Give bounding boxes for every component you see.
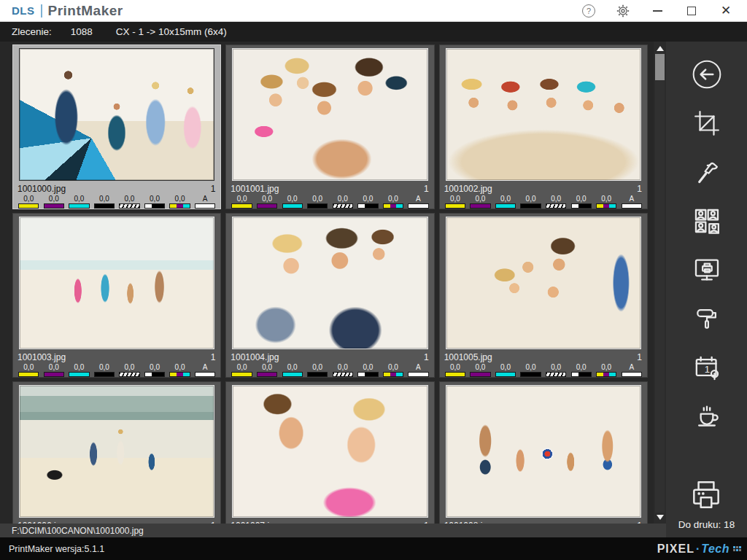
retouch-button[interactable] (690, 303, 724, 334)
channel-swatch-cyan-icon (282, 372, 303, 377)
channel-value: 0,0 (175, 363, 185, 371)
order-number: 1088 (71, 26, 93, 37)
photo-meta: 1001005.jpg 1 (440, 351, 647, 362)
channel-strip: 0,00,00,00,00,00,00,0A (13, 194, 220, 211)
photo-cell[interactable]: 1001007.jpg 1 0,00,00,00,00,00,00,0A (225, 381, 434, 524)
channel-value: 0,0 (551, 195, 561, 203)
photo-meta: 1001004.jpg 1 (226, 351, 433, 362)
close-button[interactable]: ✕ (718, 3, 734, 19)
channel-hatch: 0,0 (117, 195, 142, 209)
channel-value: 0,0 (388, 195, 398, 203)
channel-swatch-white-black-icon (144, 372, 165, 377)
channel-value: 0,0 (125, 363, 135, 371)
print-queue[interactable]: Do druku: 18 (678, 477, 735, 530)
photo-cell[interactable]: 1001001.jpg 1 0,00,00,00,00,00,00,0A (225, 44, 434, 209)
channel-value: 0,0 (262, 195, 272, 203)
print-preview-button[interactable] (690, 254, 724, 285)
photo-thumbnail[interactable] (19, 48, 214, 181)
channel-value: 0,0 (601, 363, 611, 371)
photo-cell[interactable]: 1001003.jpg 1 0,00,00,00,00,00,00,0A (12, 213, 221, 378)
tools-button[interactable] (690, 157, 724, 187)
minimize-button[interactable] (649, 3, 665, 19)
channel-swatch-cyan-icon (69, 372, 89, 377)
channel-value: 0,0 (500, 363, 511, 371)
channel-yellow: 0,0 (229, 195, 255, 209)
crop-button[interactable] (690, 108, 724, 139)
photo-thumbnail[interactable] (232, 217, 427, 349)
vertical-scrollbar[interactable] (654, 42, 666, 524)
channel-value: 0,0 (338, 363, 348, 371)
channel-value: 0,0 (450, 363, 460, 371)
settings-button[interactable] (615, 3, 631, 19)
channel-swatch-black-icon (307, 203, 328, 209)
channel-value: 0,0 (74, 363, 84, 371)
dls-logo: DLS (12, 4, 35, 17)
channel-value: 0,0 (526, 195, 536, 203)
photo-grid: 1001000.jpg 1 0,00,00,00,00,00,00,0A 100… (0, 42, 654, 524)
photo-cell[interactable]: 1001006.jpg 1 0,00,00,00,00,00,00,0A (12, 381, 221, 524)
channel-value: A (416, 363, 421, 371)
break-button[interactable] (690, 401, 724, 432)
printer-icon (688, 477, 724, 513)
scrollbar-thumb[interactable] (655, 54, 665, 80)
channel-swatch-cyan-icon (282, 203, 303, 209)
scroll-up-button[interactable] (655, 44, 665, 52)
back-button[interactable] (690, 59, 724, 90)
channel-strip: 0,00,00,00,00,00,00,0A (13, 362, 220, 379)
crop-icon (693, 109, 721, 137)
channel-white: A (406, 195, 431, 209)
channel-value: 0,0 (287, 195, 298, 203)
photo-thumbnail[interactable] (232, 48, 427, 181)
channel-swatch-white-black-icon (571, 372, 592, 377)
hammer-icon (693, 158, 721, 186)
channel-cyan: 0,0 (66, 363, 92, 377)
scroll-down-button[interactable] (655, 513, 665, 521)
channel-value: 0,0 (237, 363, 247, 371)
calendar-pin-icon: 1 (692, 353, 721, 382)
channel-swatch-tricolor-icon (169, 372, 190, 377)
photo-cell[interactable]: 1001005.jpg 1 0,00,00,00,00,00,00,0A (439, 213, 648, 378)
channel-swatch-white-black-icon (571, 203, 592, 209)
channel-tricolor: 0,0 (381, 195, 406, 209)
channel-value: 0,0 (99, 363, 109, 371)
channel-yellow: 0,0 (16, 363, 42, 377)
photo-thumbnail[interactable] (19, 385, 214, 518)
photo-cell[interactable]: 1001002.jpg 1 0,00,00,00,00,00,00,0A (439, 44, 648, 209)
channel-black: 0,0 (92, 363, 117, 377)
channel-value: 0,0 (150, 195, 160, 203)
channel-cyan: 0,0 (279, 195, 305, 209)
channel-cyan: 0,0 (493, 363, 519, 377)
channel-hatch: 0,0 (330, 195, 356, 209)
brand-tech: Tech (701, 542, 729, 556)
channel-swatch-magenta-icon (470, 372, 490, 377)
channel-swatch-yellow-icon (445, 372, 465, 377)
id-photos-button[interactable] (690, 206, 724, 236)
help-button[interactable]: ? (581, 3, 597, 19)
scrollbar-track[interactable] (655, 52, 665, 513)
channel-swatch-yellow-icon (231, 203, 252, 209)
photo-thumbnail[interactable] (232, 385, 427, 518)
channel-swatch-magenta-icon (257, 372, 277, 377)
schedule-button[interactable]: 1 (690, 352, 724, 383)
channel-swatch-magenta-icon (470, 203, 490, 209)
channel-black: 0,0 (518, 195, 543, 209)
photo-thumbnail[interactable] (19, 217, 214, 349)
channel-value: 0,0 (338, 195, 348, 203)
channel-value: A (203, 363, 208, 371)
channel-yellow: 0,0 (16, 195, 42, 209)
copy-count: 1 (211, 352, 216, 362)
photo-thumbnail[interactable] (446, 217, 641, 349)
order-label: Zlecenie: (12, 26, 52, 37)
photo-cell[interactable]: 1001000.jpg 1 0,00,00,00,00,00,00,0A (12, 44, 221, 209)
channel-yellow: 0,0 (229, 363, 255, 377)
channel-value: 0,0 (99, 195, 109, 203)
copy-count: 1 (637, 352, 642, 362)
photo-cell[interactable]: 1001004.jpg 1 0,00,00,00,00,00,00,0A (225, 213, 434, 378)
channel-swatch-hatch-icon (333, 203, 353, 209)
photo-thumbnail[interactable] (446, 385, 641, 518)
photo-thumbnail[interactable] (446, 48, 641, 181)
photo-meta: 1001003.jpg 1 (13, 351, 220, 362)
photo-cell[interactable]: 1001008.jpg 1 0,00,00,00,00,00,00,0A (439, 381, 648, 524)
maximize-button[interactable] (684, 3, 700, 19)
photo-filename: 1001002.jpg (444, 184, 492, 194)
